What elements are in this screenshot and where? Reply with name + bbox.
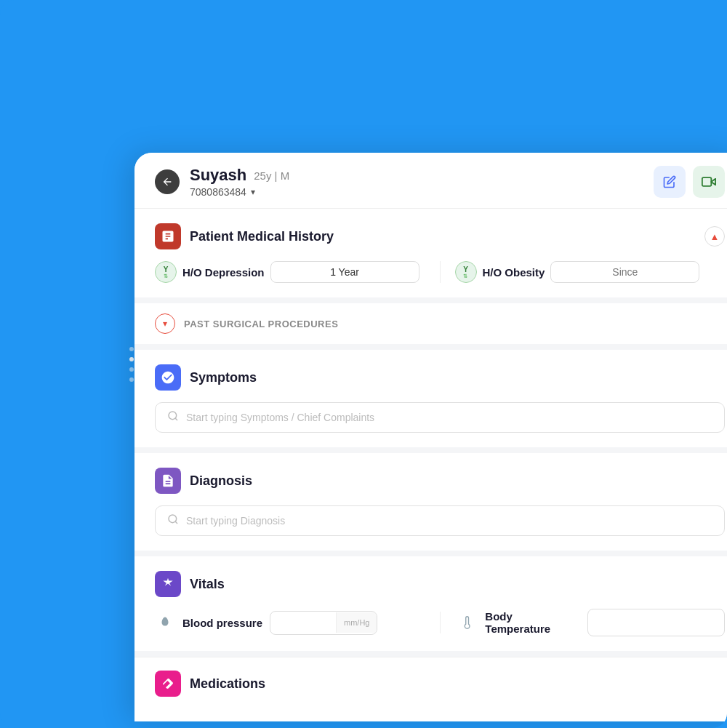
video-call-button[interactable] xyxy=(693,166,725,198)
y-badge-letter: Y xyxy=(164,266,169,273)
depression-duration-input[interactable] xyxy=(270,261,419,283)
history-item-obesity: Y ⇅ H/O Obesity xyxy=(455,261,726,283)
patient-phone: 7080863484 xyxy=(190,186,246,198)
body-temperature-input-container[interactable] xyxy=(587,609,725,636)
obesity-since-input[interactable] xyxy=(550,261,699,283)
medical-history-header: Patient Medical History ▲ xyxy=(155,223,725,249)
diagnosis-search-placeholder: Start typing Diagnosis xyxy=(186,515,285,527)
diagnosis-search-container[interactable]: Start typing Diagnosis xyxy=(155,505,725,536)
vitals-header: Vitals xyxy=(155,571,725,597)
medical-history-title: Patient Medical History xyxy=(190,229,334,244)
vitals-divider xyxy=(440,612,441,633)
thermometer-icon xyxy=(458,612,478,633)
symptoms-search-icon xyxy=(167,410,179,425)
history-row: Y ⇅ H/O Depression Y ⇅ xyxy=(155,261,725,283)
blood-pressure-input[interactable] xyxy=(270,612,336,634)
vitals-row: Blood pressure mm/Hg Body Temperature xyxy=(155,609,725,636)
diagnosis-icon xyxy=(155,468,181,494)
dot-2 xyxy=(129,357,134,361)
past-surgical-label: PAST SURGICAL PROCEDURES xyxy=(184,319,338,329)
dot-3 xyxy=(129,367,134,372)
past-surgical-section: ▾ PAST SURGICAL PROCEDURES xyxy=(134,303,727,344)
y-badge-depression: Y ⇅ xyxy=(155,261,177,283)
symptoms-header: Symptoms xyxy=(155,364,725,391)
back-button[interactable] xyxy=(155,169,180,194)
medications-header: Medications xyxy=(155,671,725,697)
phone-chevron-icon[interactable]: ▾ xyxy=(251,187,255,197)
vital-blood-pressure: Blood pressure mm/Hg xyxy=(155,611,422,635)
svg-point-2 xyxy=(169,412,177,420)
y-badge-obesity: Y ⇅ xyxy=(455,261,477,283)
symptoms-title: Symptoms xyxy=(190,370,257,385)
scroll-indicator xyxy=(129,347,134,382)
patient-header: Suyash 25y | M 7080863484 ▾ xyxy=(134,153,727,209)
history-divider xyxy=(440,261,441,283)
past-surgical-expand-button[interactable]: ▾ xyxy=(155,313,175,334)
y-badge-arrows: ⇅ xyxy=(164,273,168,279)
vitals-title: Vitals xyxy=(190,577,225,592)
symptoms-search-placeholder: Start typing Symptoms / Chief Complaints xyxy=(186,412,374,423)
diagnosis-section: Diagnosis Start typing Diagnosis xyxy=(134,453,727,551)
medications-icon xyxy=(155,671,181,697)
drop-icon xyxy=(155,612,175,633)
body-temperature-input[interactable] xyxy=(588,609,724,632)
dot-4 xyxy=(129,377,134,382)
diagnosis-title: Diagnosis xyxy=(190,473,252,489)
body-temperature-label: Body Temperature xyxy=(485,610,580,635)
header-actions xyxy=(654,166,725,198)
medical-history-icon xyxy=(155,223,181,249)
obesity-label: H/O Obesity xyxy=(483,266,545,279)
patient-phone-row: 7080863484 ▾ xyxy=(190,186,643,198)
blood-pressure-unit: mm/Hg xyxy=(336,612,377,633)
y-badge-letter-2: Y xyxy=(463,266,468,273)
vitals-icon xyxy=(155,571,181,597)
symptoms-section: Symptoms Start typing Symptoms / Chief C… xyxy=(134,350,727,447)
edit-button[interactable] xyxy=(654,166,686,198)
symptoms-search-container[interactable]: Start typing Symptoms / Chief Complaints xyxy=(155,402,725,433)
diagnosis-header: Diagnosis xyxy=(155,468,725,494)
diagnosis-search-icon xyxy=(167,513,179,528)
vitals-section: Vitals Blood pressure mm/Hg xyxy=(134,556,727,651)
history-item-depression: Y ⇅ H/O Depression xyxy=(155,261,425,283)
vital-body-temperature: Body Temperature xyxy=(458,609,726,636)
blood-pressure-label: Blood pressure xyxy=(182,617,262,629)
patient-meta: 25y | M xyxy=(254,169,289,182)
svg-rect-1 xyxy=(702,177,712,186)
y-badge-arrows-2: ⇅ xyxy=(463,273,467,279)
dot-1 xyxy=(129,347,134,351)
symptoms-icon xyxy=(155,364,181,391)
medications-title: Medications xyxy=(190,676,265,692)
medical-history-collapse-button[interactable]: ▲ xyxy=(704,226,725,247)
past-surgical-row: ▾ PAST SURGICAL PROCEDURES xyxy=(155,313,725,334)
medications-section: Medications xyxy=(134,657,727,721)
patient-info: Suyash 25y | M 7080863484 ▾ xyxy=(190,166,643,198)
svg-point-3 xyxy=(169,515,177,523)
medical-history-section: Patient Medical History ▲ Y ⇅ H/O Depres… xyxy=(134,209,727,297)
depression-label: H/O Depression xyxy=(182,266,265,279)
patient-name: Suyash xyxy=(190,166,246,185)
main-card: Suyash 25y | M 7080863484 ▾ xyxy=(134,153,727,721)
